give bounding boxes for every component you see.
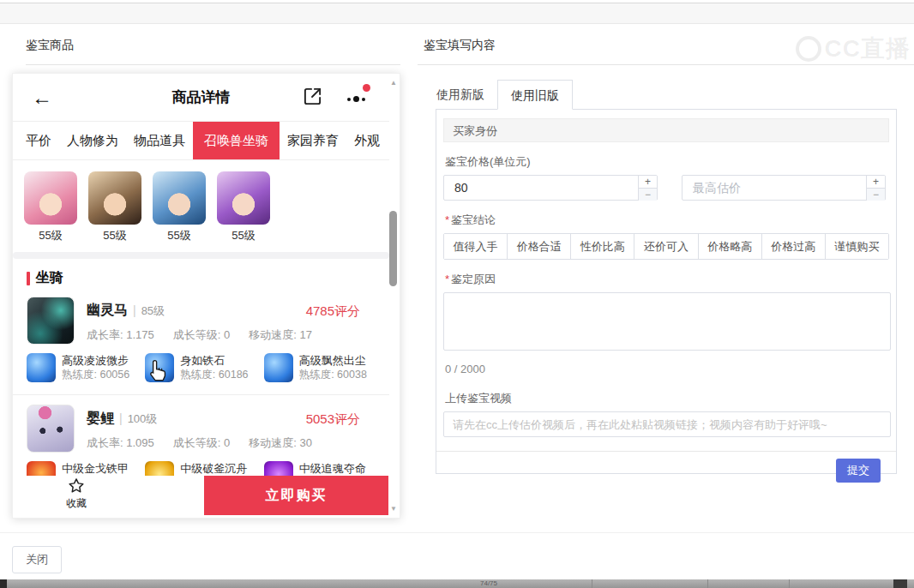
background-taskbar: 74/75 [0,579,914,588]
tab-use-new-version[interactable]: 使用新版 [424,80,497,110]
detail-title: 商品详情 [13,87,389,107]
tab-jiayuan-yangyu[interactable]: 家园养育 [280,122,346,159]
mount-stat: 成长率: 1.095 [87,435,154,451]
submit-button[interactable]: 提交 [836,459,881,483]
row-divider [13,394,389,395]
video-link-input[interactable] [443,411,891,437]
increment-icon[interactable]: + [639,176,657,188]
tab-use-old-version[interactable]: 使用旧版 [497,80,573,110]
mount-image[interactable] [27,405,75,453]
mount-stat: 成长率: 1.175 [87,327,154,343]
mount-row: 幽灵马 | 85级 成长率: 1.175 成长等级: 0 移动速度: 17 47… [27,297,376,345]
character-level: 55级 [153,228,206,243]
modal-footer-divider [0,532,914,533]
skill-proficiency: 熟练度: 60186 [180,368,248,382]
version-tabs: 使用新版 使用旧版 [424,80,573,110]
mount-score: 4785评分 [306,303,360,320]
conclusion-good-value[interactable]: 性价比高 [570,234,634,259]
price-label: 鉴宝价格(单位元) [445,154,889,170]
tab-renwu-xiuwei[interactable]: 人物修为 [59,122,126,159]
left-pane-title: 鉴宝商品 [26,38,74,53]
skill-item[interactable]: 高级飘然出尘 熟练度: 60038 [264,353,382,382]
more-options-icon[interactable] [347,96,365,102]
character-avatar[interactable] [153,171,206,225]
character-item[interactable]: 55级 [88,171,141,243]
decrement-icon[interactable]: − [867,188,885,201]
mount-skill-list: 高级凌波微步 熟练度: 60056 身如铁石 熟练度: 60186 高级飘然出尘… [27,353,382,382]
tab-pingjia[interactable]: 平价 [18,122,59,159]
skill-icon[interactable] [264,353,293,382]
cc-logo-ring-icon [796,36,821,62]
right-pane-title: 鉴宝填写内容 [424,38,496,53]
price-stepper: + − [443,175,658,201]
character-avatar[interactable] [88,171,141,225]
category-tabs: 平价 人物修为 物品道具 召唤兽坐骑 家园养育 外观 [13,122,389,160]
reason-textarea[interactable] [443,292,891,351]
taskbar-right-block [893,579,907,588]
separator: | [133,303,136,317]
mount-level: 100级 [128,411,158,427]
character-avatar[interactable] [217,171,270,225]
character-item[interactable]: 55级 [217,171,270,243]
decrement-icon[interactable]: − [639,188,657,201]
conclusion-buy-cautiously[interactable]: 谨慎购买 [825,234,888,259]
character-item[interactable]: 55级 [24,171,77,243]
character-item[interactable]: 55级 [153,171,206,243]
skill-proficiency: 熟练度: 60038 [299,368,367,382]
notification-dot [363,84,370,92]
reason-label: *鉴定原因 [445,272,889,287]
detail-footer-bar: 收藏 立即购买 [13,476,389,518]
price-input[interactable] [443,175,658,201]
scrollbar-thumb[interactable] [389,211,397,286]
conclusion-too-high[interactable]: 价格过高 [761,234,825,259]
taskbar-left-block [0,579,7,588]
character-level: 55级 [217,228,270,243]
conclusion-worth-buying[interactable]: 值得入手 [444,234,507,259]
skill-icon[interactable] [145,353,174,382]
tab-wupin-daoju[interactable]: 物品道具 [126,122,193,159]
product-detail-card: ← 商品详情 平价 人物修为 物品道具 召唤兽坐骑 家园养育 外观 [12,73,400,519]
skill-name: 中级金戈铁甲 [62,461,129,476]
skill-item[interactable]: 身如铁石 熟练度: 60186 [145,353,263,382]
skill-name: 高级飘然出尘 [299,353,367,368]
required-asterisk: * [445,273,449,285]
mount-image[interactable] [27,297,75,345]
character-list: 55级 55级 55级 55级 [13,160,389,243]
buyer-identity-bar: 买家身份 [443,118,889,142]
conclusion-slightly-high[interactable]: 价格略高 [698,234,761,259]
tab-zhaohuanshou-zuoqi[interactable]: 召唤兽坐骑 [193,122,280,159]
character-avatar[interactable] [24,171,77,225]
video-label: 上传鉴宝视频 [445,391,889,406]
favorite-label: 收藏 [57,496,95,511]
max-price-input[interactable] [682,175,886,201]
conclusion-fair-price[interactable]: 价格合适 [507,234,570,259]
skill-item[interactable]: 高级凌波微步 熟练度: 60056 [27,353,145,382]
conclusion-bargain-ok[interactable]: 还价可入 [634,234,697,259]
mounts-section-header: 坐骑 [27,269,389,287]
close-button[interactable]: 关闭 [12,546,62,573]
character-level: 55级 [88,228,141,243]
scroll-up-icon[interactable]: ▲ [388,79,400,87]
mount-name: 幽灵马 [87,302,128,320]
char-counter: 0 / 2000 [445,363,889,375]
character-level: 55级 [24,228,77,243]
favorite-button[interactable]: 收藏 [57,477,95,511]
scroll-down-icon[interactable]: ▼ [388,505,400,513]
skill-name: 中级破釜沉舟 [180,461,247,476]
required-asterisk: * [445,213,449,226]
star-icon [67,477,86,495]
mount-stat: 成长等级: 0 [173,327,230,343]
separator: | [119,411,123,425]
mount-stat: 成长等级: 0 [173,435,230,451]
detail-scrollbar[interactable]: ▲ ▼ [388,74,400,518]
taskbar-text: 74/75 [480,579,497,588]
share-icon[interactable] [303,87,322,110]
increment-icon[interactable]: + [867,176,885,188]
mount-name: 婴鲤 [87,410,114,428]
section-accent-bar [27,272,30,285]
tab-waiguan[interactable]: 外观 [346,122,388,159]
skill-icon[interactable] [27,353,56,382]
conclusion-label: *鉴宝结论 [445,213,889,228]
buy-now-button[interactable]: 立即购买 [204,476,388,515]
skill-name: 身如铁石 [180,353,248,368]
